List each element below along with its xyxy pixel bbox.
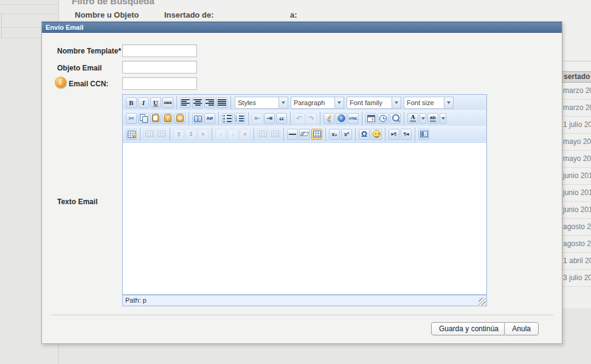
find-replace-button[interactable]: A⇄ [204,113,215,124]
dialog-title-bar[interactable]: Envío Email [42,22,562,33]
caret-shape [282,101,285,104]
split-cells-icon [259,131,267,137]
filter-name-label: Nombre u Objeto [75,10,139,19]
editor-content-area[interactable] [123,142,486,295]
styles-select[interactable]: Styles [235,97,288,109]
merge-cells-icon [271,131,279,137]
dialog-title: Envío Email [46,24,83,31]
rtl-icon: ¶◂ [404,131,409,137]
rich-text-editor: B I U ABC [122,94,487,306]
chevron-down-icon[interactable] [278,97,288,108]
chevron-down-icon[interactable] [392,97,401,108]
toolbar-row-1: B I U ABC [123,95,486,111]
find-group: A⇄ [188,112,217,125]
table-row: marzo 20 [562,83,591,100]
superscript-button[interactable]: x² [341,129,352,140]
html-icon: HTML [349,117,358,120]
outdent-button[interactable]: ⇤ [252,113,263,124]
nombre-template-input[interactable] [122,44,197,57]
ltr-button[interactable]: ▸¶ [389,129,399,140]
fullscreen-button[interactable] [418,129,429,140]
merge-cells-button[interactable] [269,129,280,140]
html-source-button[interactable]: HTML [348,113,359,124]
table-cell-icon [157,131,165,137]
undo-button[interactable]: ↶ [294,113,305,124]
align-left-button[interactable] [180,97,191,108]
horizontal-rule-button[interactable] [287,129,298,140]
delete-row-button[interactable]: × [198,129,209,140]
special-character-button[interactable]: Ω [359,129,370,140]
chevron-down-icon[interactable] [334,97,344,108]
strikethrough-button[interactable]: ABC [162,97,173,108]
text-color-icon: A [410,114,415,122]
insert-date-button[interactable]: 7 [365,113,376,124]
email-ccn-label: Email CCN: [69,80,108,88]
numbered-list-button[interactable] [234,113,245,124]
align-justify-button[interactable] [216,97,227,108]
underline-button[interactable]: U [150,97,161,108]
redo-button[interactable]: ↷ [306,113,317,124]
insert-table-button[interactable] [126,129,137,140]
visual-aid-button[interactable] [311,129,322,140]
script-group: x₂ x² [325,128,354,141]
filter-box-border [562,61,591,61]
remove-format-button[interactable] [299,129,310,140]
column-after-icon: ↓ [232,131,235,137]
cancel-button[interactable]: Anula [504,322,539,335]
blockquote-button[interactable]: “ [276,113,287,124]
insert-column-after-button[interactable]: ↓ [227,129,238,140]
insert-time-button[interactable] [378,113,389,124]
emotions-button[interactable] [371,129,382,140]
table-row-properties-button[interactable] [143,129,154,140]
font-size-select[interactable]: Font size [404,97,454,109]
find-button[interactable] [192,113,203,124]
inserted-date-cell: agosto 20 [563,222,591,231]
help-button[interactable]: ? [336,113,347,124]
align-center-icon [193,99,202,106]
background-color-arrow-button[interactable] [440,113,446,124]
insert-row-before-button[interactable]: ↥ [173,129,184,140]
align-right-button[interactable] [204,97,215,108]
cut-button[interactable]: ✂ [126,113,137,124]
table-cell-properties-button[interactable] [156,129,167,140]
preview-button[interactable] [390,113,401,124]
paste-button[interactable] [150,113,161,124]
table-rows-group: ↥ ↧ × [170,128,210,141]
resize-handle-icon[interactable] [479,298,486,305]
paste-from-word-button[interactable]: W [175,113,185,124]
bullet-list-button[interactable] [222,113,233,124]
insert-row-after-button[interactable]: ↧ [185,129,196,140]
background-color-button[interactable]: ab [427,113,438,124]
inserted-date-cell: mayo 201 [563,154,591,163]
cleanup-button[interactable] [323,113,334,124]
font-family-select[interactable]: Font family [347,97,401,109]
clipboard-group: ✂ T W [124,112,187,125]
align-right-icon [206,99,214,106]
footer-divider [52,315,553,315]
copy-button[interactable] [138,113,149,124]
italic-button[interactable]: I [138,97,149,108]
subscript-button[interactable]: x₂ [329,129,340,140]
email-ccn-input[interactable] [122,77,197,90]
objeto-email-input[interactable] [122,61,197,74]
insert-group: 7 [362,112,403,125]
info-icon[interactable]: i [55,77,66,88]
nombre-template-label: Nombre Template* [57,47,121,55]
ltr-icon: ▸¶ [392,131,396,137]
paste-as-text-button[interactable]: T [162,113,173,124]
indent-button[interactable]: ⇥ [264,113,275,124]
save-continue-button[interactable]: Guarda y continúa [431,322,506,335]
toolbar-row-3: ↥ ↧ × ↓ ↓ × [123,126,486,142]
text-color-arrow-button[interactable] [420,113,426,124]
delete-column-button[interactable]: × [240,129,251,140]
insert-column-before-button[interactable]: ↓ [215,129,226,140]
chevron-down-icon[interactable] [444,97,453,108]
bold-button[interactable]: B [126,97,137,108]
split-cells-button[interactable] [257,129,268,140]
inserted-date-cell: junio 201 [563,171,591,180]
filter-to-label: a: [290,10,297,19]
align-center-button[interactable] [192,97,203,108]
rtl-button[interactable]: ¶◂ [401,129,412,140]
paragraph-select[interactable]: Paragraph [291,97,344,109]
text-color-button[interactable]: A [407,113,418,124]
